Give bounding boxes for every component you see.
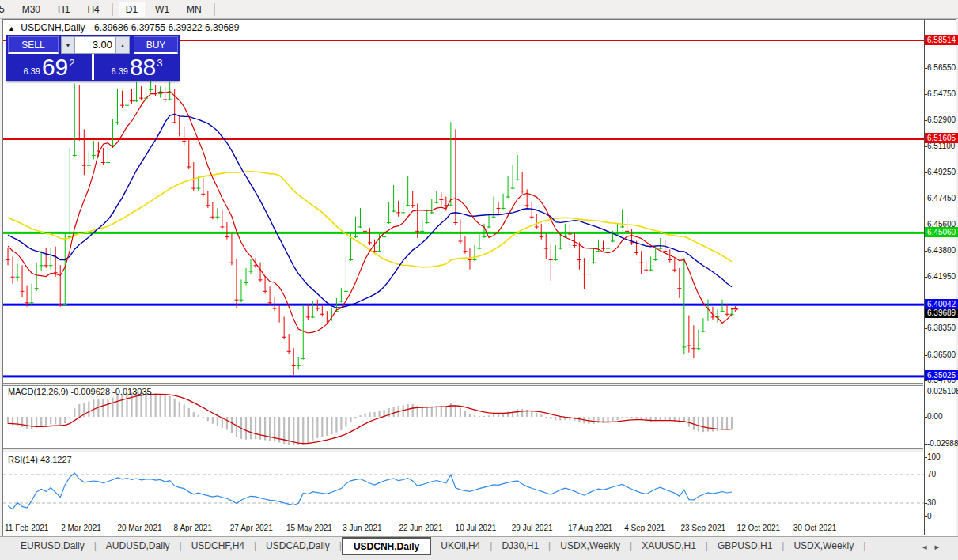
macd-histogram-bar: [450, 403, 452, 417]
volume-increase-button[interactable]: ▲: [115, 36, 130, 54]
macd-histogram-bar: [660, 417, 661, 420]
candle-up: [87, 165, 91, 166]
candle-down: [363, 231, 367, 232]
candle-down: [25, 302, 29, 303]
symbol-tab-xauusd-8[interactable]: XAUUSD,H1: [632, 537, 706, 554]
timeframe-button-h4[interactable]: H4: [80, 2, 106, 17]
macd-histogram-bar: [665, 417, 666, 420]
macd-histogram-bar: [531, 411, 532, 417]
candle-up: [615, 233, 619, 234]
rsi-axis-label: 100: [927, 452, 958, 461]
timeframe-button-w1[interactable]: W1: [148, 2, 176, 17]
timeframe-button-5[interactable]: 5: [0, 2, 12, 17]
toolbar-separator: [112, 3, 113, 16]
trading-platform-window: 5M30H1H4D1W1MN ▲ USDCNH,Daily 6.39686 6.…: [0, 0, 958, 560]
candle-down: [710, 316, 714, 317]
sell-price-quote[interactable]: 6.39 69 2: [6, 54, 92, 80]
macd-histogram-bar: [331, 417, 332, 434]
buy-price-prefix: 6.39: [111, 66, 127, 76]
candle-down: [54, 272, 58, 273]
timeframe-button-d1[interactable]: D1: [119, 2, 145, 17]
macd-histogram-bar: [93, 399, 94, 417]
macd-histogram-bar: [345, 417, 346, 426]
buy-price-quote[interactable]: 6.39 88 3: [94, 54, 180, 80]
price-level-label: 6.35025: [925, 370, 958, 380]
symbol-tab-audusd-1[interactable]: AUDUSD,Daily: [97, 537, 180, 554]
volume-decrease-button[interactable]: ▼: [61, 36, 75, 54]
symbol-tab-usdchf-2[interactable]: USDCHF,H4: [182, 537, 254, 554]
symbol-tab-eurusd-0[interactable]: EURUSD,Daily: [11, 537, 94, 554]
macd-histogram-bar: [627, 417, 628, 418]
macd-histogram-bar: [679, 417, 680, 423]
symbol-tab-gbpusd-9[interactable]: GBPUSD,H1: [708, 537, 782, 554]
price-tick-label: 6.56550: [927, 63, 958, 72]
macd-histogram-bar: [498, 414, 499, 417]
candle-down: [320, 314, 324, 315]
symbol-tab-usdcnh-4[interactable]: USDCNH,Daily: [342, 537, 431, 555]
timeframe-button-mn[interactable]: MN: [180, 2, 209, 17]
rsi-axis-label: 70: [927, 470, 958, 479]
tab-scroll-arrows: ◂▸: [922, 537, 958, 552]
macd-histogram-bar: [698, 417, 699, 432]
price-level-label: 6.45060: [925, 227, 958, 237]
volume-field[interactable]: 3.00: [75, 36, 115, 54]
candle-down: [468, 259, 471, 260]
candle-down: [282, 337, 286, 338]
symbol-tab-ukoil-5[interactable]: UKOil,H4: [431, 537, 490, 554]
macd-histogram-bar: [321, 417, 323, 437]
price-tick-label: 6.49250: [927, 168, 958, 176]
candle-up: [559, 248, 562, 249]
macd-histogram-bar: [326, 417, 328, 436]
sell-button[interactable]: SELL: [8, 36, 59, 54]
candle-down: [453, 222, 457, 223]
price-tick-label: 6.47450: [927, 194, 958, 202]
macd-histogram-bar: [198, 415, 199, 417]
candle-up: [63, 304, 67, 305]
symbol-tab-usdx-7[interactable]: USDX,Weekly: [551, 537, 630, 554]
candle-down: [163, 99, 167, 100]
macd-histogram-bar: [359, 415, 361, 417]
buy-button[interactable]: BUY: [134, 36, 178, 54]
date-axis-label: 2 Mar 2021: [61, 524, 101, 532]
macd-histogram-bar: [373, 412, 375, 417]
panel-separator[interactable]: [3, 383, 923, 386]
macd-histogram-bar: [364, 413, 365, 417]
macd-histogram-bar: [302, 417, 304, 445]
symbol-tab-usdcad-3[interactable]: USDCAD,Daily: [256, 537, 339, 554]
candle-down: [677, 288, 681, 289]
macd-histogram-bar: [26, 417, 28, 429]
candle-up: [40, 265, 44, 266]
macd-histogram-bar: [335, 417, 337, 433]
symbol-tab-usdx-10[interactable]: USDX,Weekly: [784, 537, 863, 554]
price-level-line[interactable]: [3, 304, 924, 306]
candle-down: [101, 162, 105, 163]
macd-histogram-bar: [393, 407, 395, 417]
macd-histogram-bar: [88, 401, 89, 417]
macd-histogram-bar: [212, 417, 214, 424]
candle-up: [701, 331, 705, 331]
rsi-axis-label: 30: [927, 498, 958, 507]
price-level-line[interactable]: [3, 138, 924, 140]
tab-scroll-right-icon[interactable]: ▸: [934, 542, 947, 551]
macd-histogram-bar: [236, 417, 237, 437]
price-level-line[interactable]: [3, 232, 924, 234]
macd-axis-label: 0.025108: [927, 387, 958, 395]
candle-down: [172, 122, 176, 123]
macd-histogram-bar: [207, 417, 209, 421]
toolbar-separator: [214, 3, 215, 16]
price-level-line[interactable]: [3, 375, 924, 377]
candle-up: [73, 155, 77, 156]
sell-price-big: 69: [42, 56, 68, 78]
macd-histogram-bar: [621, 417, 623, 418]
symbol-tab-dj30-6[interactable]: DJ30,H1: [492, 537, 548, 554]
macd-histogram-bar: [59, 417, 61, 426]
timeframe-button-h1[interactable]: H1: [51, 2, 77, 17]
panel-separator[interactable]: [3, 448, 923, 452]
timeframe-button-m30[interactable]: M30: [15, 2, 47, 17]
tab-scroll-left-icon[interactable]: ◂: [922, 542, 935, 551]
candle-down: [415, 231, 419, 232]
candle-down: [463, 251, 467, 252]
collapse-arrow-icon[interactable]: ▲: [8, 25, 15, 32]
rsi-panel[interactable]: [3, 453, 924, 520]
candle-up: [406, 205, 410, 206]
